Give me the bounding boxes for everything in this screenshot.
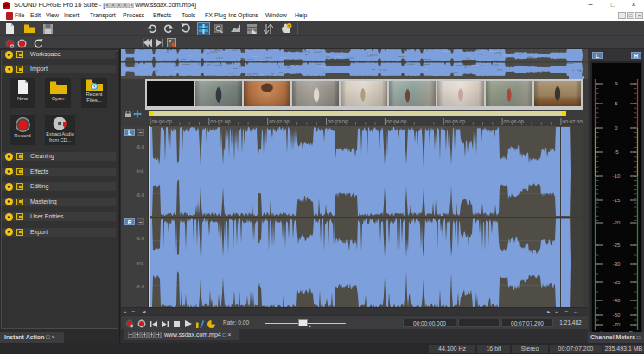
svg-text:-70: -70 — [613, 322, 621, 327]
svg-text:00:05:00: 00:05:00 — [445, 119, 466, 124]
svg-text:?: ? — [288, 24, 290, 29]
svg-text:00:00:00: 00:00:00 — [152, 119, 173, 124]
svg-text:00:02:00: 00:02:00 — [269, 119, 290, 124]
svg-text:00:07:00: 00:07:00 — [562, 119, 583, 124]
svg-text:-10: -10 — [613, 174, 621, 179]
svg-text:-25: -25 — [613, 243, 621, 248]
svg-text:-35: -35 — [613, 280, 621, 285]
svg-text:-15: -15 — [613, 198, 621, 203]
svg-text:-30: -30 — [613, 262, 621, 267]
svg-text:-5: -5 — [614, 149, 619, 155]
svg-text:00:06:00: 00:06:00 — [504, 119, 525, 124]
svg-text:-20: -20 — [613, 220, 621, 225]
svg-text:00:01:00: 00:01:00 — [210, 119, 231, 124]
svg-text:00:03:00: 00:03:00 — [328, 119, 348, 124]
svg-text:-50: -50 — [613, 313, 621, 318]
svg-text:00:04:00: 00:04:00 — [386, 119, 407, 124]
svg-text:-40: -40 — [613, 298, 621, 303]
